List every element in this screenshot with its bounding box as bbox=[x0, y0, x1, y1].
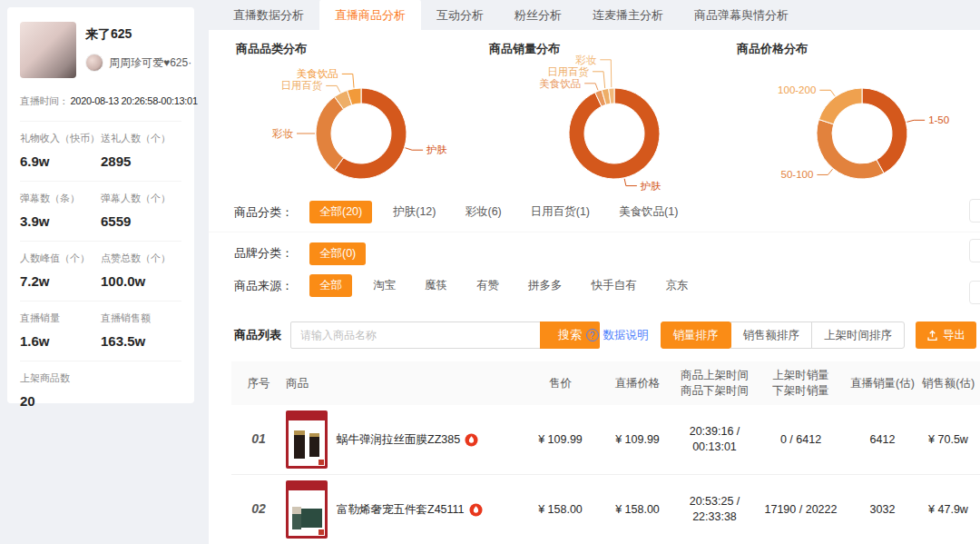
product-name[interactable]: 富勒烯奢宠五件套Z45111 bbox=[337, 502, 465, 518]
stat-row: 直播销量1.6w直播销售额163.5w bbox=[20, 301, 181, 361]
donut-slice bbox=[316, 97, 344, 171]
header-line: 下架时销量 bbox=[753, 383, 848, 399]
analysis-tab[interactable]: 粉丝分析 bbox=[499, 0, 577, 30]
filter-option[interactable]: 有赞 bbox=[468, 274, 507, 297]
stat-value: 6.9w bbox=[20, 153, 101, 169]
donut-label: 1-50 bbox=[928, 114, 949, 125]
product-image bbox=[286, 480, 328, 539]
label-leader-line bbox=[624, 179, 637, 186]
donut-label: 美食饮品 bbox=[297, 68, 338, 79]
collapsed-control-stub[interactable] bbox=[969, 199, 980, 223]
collapsed-control-stub[interactable] bbox=[969, 239, 980, 262]
stat-value: 100.0w bbox=[101, 273, 181, 289]
table-header-cell: 直播价格 bbox=[599, 376, 676, 391]
cell-on-time: 20:53:25 / bbox=[676, 494, 753, 509]
filter-option[interactable]: 日用百货(1) bbox=[523, 201, 598, 223]
stat-label: 弹幕人数（个） bbox=[101, 192, 181, 205]
donut-label: 美食饮品 bbox=[539, 78, 581, 89]
stat: 弹幕人数（个）6559 bbox=[101, 192, 181, 229]
stat: 直播销量1.6w bbox=[20, 312, 101, 349]
room-title: 来了625 bbox=[85, 26, 181, 43]
filter-option[interactable]: 护肤(12) bbox=[385, 201, 444, 223]
live-time-value: 2020-08-13 20:26:58-00:13:01 bbox=[71, 95, 198, 106]
filter-row: 商品来源： 全部淘宝魔筷有赞拼多多快手自有京东 bbox=[209, 274, 980, 297]
analysis-tab[interactable]: 商品弹幕舆情分析 bbox=[679, 0, 804, 30]
data-note-link[interactable]: 数据说明 bbox=[586, 328, 649, 343]
filter-option[interactable]: 全部 bbox=[309, 274, 352, 297]
header-line: 上架时销量 bbox=[753, 368, 848, 383]
filter-row: 品牌分类： 全部(0) bbox=[209, 232, 980, 274]
analysis-tab[interactable]: 直播商品分析 bbox=[319, 0, 421, 30]
stat-row: 礼物收入（快币）6.9w送礼人数（个）2895 bbox=[20, 121, 181, 181]
header-line: 序号 bbox=[231, 376, 286, 391]
filter-option[interactable]: 京东 bbox=[658, 274, 697, 297]
filter-rows: 商品分类： 全部(20)护肤(12)彩妆(6)日用百货(1)美食饮品(1) 品牌… bbox=[209, 193, 980, 297]
table-header-cell: 上架时销量下架时销量 bbox=[753, 368, 848, 399]
sort-button[interactable]: 销量排序 bbox=[661, 321, 731, 349]
label-leader-line bbox=[906, 120, 925, 122]
donut-label: 日用百货 bbox=[547, 66, 590, 78]
question-circle-icon bbox=[586, 329, 599, 341]
stat-label: 上架商品数 bbox=[20, 371, 101, 385]
stat-value: 6559 bbox=[101, 213, 181, 229]
label-leader-line bbox=[406, 148, 424, 150]
table-header-cell: 序号 bbox=[231, 376, 286, 391]
filter-option[interactable]: 拼多多 bbox=[520, 274, 571, 297]
stat-label: 礼物收入（快币） bbox=[20, 132, 101, 145]
filter-option[interactable]: 美食饮品(1) bbox=[611, 201, 686, 223]
collapsed-control-stub[interactable] bbox=[969, 281, 980, 304]
filter-option[interactable]: 彩妆(6) bbox=[456, 201, 509, 223]
sort-button[interactable]: 上架时间排序 bbox=[811, 321, 905, 349]
filter-option[interactable]: 淘宝 bbox=[365, 274, 404, 297]
donut-slice bbox=[817, 120, 884, 179]
tab-bar: 直播数据分析直播商品分析互动分析粉丝分析连麦播主分析商品弹幕舆情分析 bbox=[209, 0, 980, 30]
cell-revenue: ¥ 47.9w bbox=[916, 502, 980, 518]
table-header-cell: 商品 bbox=[286, 376, 522, 391]
table-row: 02 富勒烯奢宠五件套Z45111 bbox=[231, 475, 980, 544]
sort-button[interactable]: 销售额排序 bbox=[730, 321, 813, 349]
stat-row: 人数峰值（个）7.2w点赞总数（个）100.0w bbox=[20, 241, 181, 301]
filter-option[interactable]: 全部(20) bbox=[309, 201, 372, 223]
cell-live-price: ¥ 158.00 bbox=[599, 502, 676, 518]
stat: 礼物收入（快币）6.9w bbox=[20, 132, 101, 169]
cell-live-sales: 3032 bbox=[848, 502, 916, 518]
chart-category-distribution: 商品品类分布 美食饮品日用百货彩妆护肤 bbox=[225, 37, 470, 212]
stat-label: 弹幕数（条） bbox=[20, 192, 101, 205]
filter-option[interactable]: 魔筷 bbox=[416, 274, 456, 297]
chart-price-distribution: 商品价格分布 100-20050-1001-50 bbox=[726, 37, 971, 212]
filter-options: 全部淘宝魔筷有赞拼多多快手自有京东 bbox=[309, 274, 710, 297]
filter-options: 全部(20)护肤(12)彩妆(6)日用百货(1)美食饮品(1) bbox=[309, 201, 699, 223]
filter-option[interactable]: 快手自有 bbox=[583, 274, 645, 297]
cell-price: ¥ 158.00 bbox=[522, 502, 599, 518]
stat-value: 163.5w bbox=[101, 333, 181, 349]
chart-sales-distribution: 商品销量分布 彩妆日用百货美食饮品护肤 bbox=[478, 37, 723, 212]
product-name[interactable]: 蜗牛弹润拉丝面膜ZZ385 bbox=[337, 432, 460, 448]
analysis-tab[interactable]: 互动分析 bbox=[421, 0, 499, 30]
donut-label: 护肤 bbox=[426, 144, 447, 155]
stat: 人数峰值（个）7.2w bbox=[20, 252, 101, 289]
stat-row: 上架商品数20 bbox=[20, 361, 181, 420]
donut-label: 100-200 bbox=[778, 84, 816, 95]
analysis-tab[interactable]: 直播数据分析 bbox=[218, 0, 319, 30]
table-row: 01 蜗牛弹润拉丝面膜ZZ385 bbox=[231, 405, 980, 475]
export-icon bbox=[926, 330, 938, 341]
hot-flame-icon bbox=[465, 433, 478, 447]
filter-options: 全部(0) bbox=[309, 242, 378, 265]
product-image bbox=[286, 410, 328, 469]
product-list-bar: 商品列表 搜索 数据说明 销量排序销售额排序上架时间排序 导出 bbox=[209, 318, 980, 356]
export-button[interactable]: 导出 bbox=[916, 321, 976, 349]
filter-option[interactable]: 全部(0) bbox=[309, 242, 366, 265]
cell-price: ¥ 109.99 bbox=[522, 432, 599, 448]
donut-label: 50-100 bbox=[781, 169, 814, 180]
label-leader-line bbox=[342, 74, 354, 87]
stats-list: 礼物收入（快币）6.9w送礼人数（个）2895弹幕数（条）3.9w弹幕人数（个）… bbox=[20, 121, 181, 420]
table-header-cell: 直播销量(估) bbox=[848, 376, 916, 391]
stat: 弹幕数（条）3.9w bbox=[20, 192, 101, 229]
analysis-tab[interactable]: 连麦播主分析 bbox=[577, 0, 679, 30]
table-body: 01 蜗牛弹润拉丝面膜ZZ385 bbox=[231, 405, 980, 544]
search-input[interactable] bbox=[290, 321, 541, 349]
donut-chart: 彩妆日用百货美食饮品护肤 bbox=[478, 52, 723, 214]
filter-label: 商品分类： bbox=[234, 204, 293, 221]
streamer-name: 周周珍可爱♥625· bbox=[109, 55, 191, 71]
stat: 点赞总数（个）100.0w bbox=[101, 252, 181, 289]
